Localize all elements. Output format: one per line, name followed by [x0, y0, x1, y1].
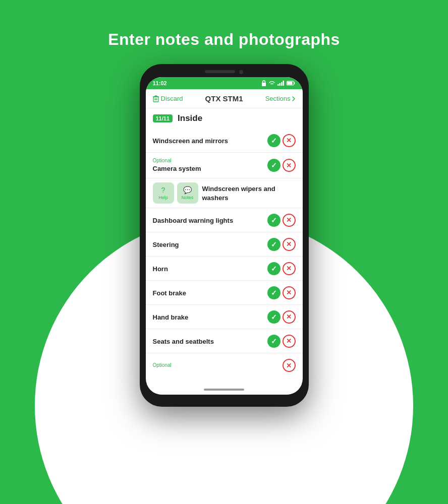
- fail-button[interactable]: [283, 310, 296, 324]
- fail-button[interactable]: [283, 359, 296, 372]
- item-actions: [267, 310, 296, 324]
- item-actions: [283, 359, 296, 372]
- list-item: Horn: [146, 257, 303, 281]
- svg-rect-6: [287, 82, 292, 85]
- item-name: Dashboard warning lights: [153, 217, 234, 224]
- item-actions: [267, 286, 296, 299]
- list-item-expanded: ? Help 💬 Notes Windscreen wipers and was…: [146, 178, 303, 208]
- item-name: Camera system: [153, 165, 201, 172]
- item-label: Dashboard warning lights: [153, 216, 267, 225]
- sections-button[interactable]: Sections: [265, 95, 296, 102]
- section-header: 11/11 Inside: [146, 108, 303, 129]
- section-badge: 11/11: [153, 114, 173, 122]
- status-icons: [261, 80, 296, 86]
- fail-button[interactable]: [283, 134, 296, 147]
- svg-rect-4: [283, 81, 284, 86]
- list-item: Steering: [146, 232, 303, 257]
- svg-rect-9: [155, 96, 157, 97]
- lock-icon: [261, 80, 266, 86]
- help-label: Help: [158, 195, 168, 200]
- fail-button[interactable]: [283, 286, 296, 299]
- item-actions: [267, 214, 296, 227]
- list-item: Optional Camera system: [146, 153, 303, 178]
- item-label: Horn: [153, 264, 267, 273]
- optional-label: Optional: [153, 362, 283, 368]
- fail-button[interactable]: [283, 214, 296, 227]
- ok-button[interactable]: [267, 238, 281, 251]
- list-item-partial: Optional: [146, 353, 303, 377]
- item-name: Seats and seatbelts: [153, 338, 214, 345]
- ok-button[interactable]: [267, 214, 281, 227]
- item-label: Seats and seatbelts: [153, 337, 267, 346]
- battery-icon: [287, 81, 296, 86]
- ok-button[interactable]: [267, 159, 281, 172]
- help-button[interactable]: ? Help: [153, 182, 174, 204]
- status-time: 11:02: [153, 80, 167, 86]
- ok-button[interactable]: [267, 262, 281, 275]
- expanded-buttons: ? Help 💬 Notes: [153, 182, 198, 204]
- section-title: Inside: [178, 113, 202, 123]
- item-actions: [267, 238, 296, 251]
- list-item: Windscreen and mirrors: [146, 129, 303, 153]
- phone-mockup: 11:02: [140, 64, 309, 407]
- item-label: Steering: [153, 240, 267, 249]
- checklist: Windscreen and mirrors Optional Camera s…: [146, 129, 303, 385]
- list-item: Foot brake: [146, 281, 303, 305]
- item-label: Optional Camera system: [153, 158, 267, 173]
- item-actions: [267, 159, 296, 172]
- page-title: Enter notes and photographs: [108, 30, 340, 49]
- list-item: Hand brake: [146, 305, 303, 329]
- trash-icon: [153, 95, 159, 102]
- item-actions: [267, 134, 296, 147]
- svg-rect-2: [279, 83, 281, 86]
- item-actions: [267, 262, 296, 275]
- fail-button[interactable]: [283, 335, 296, 348]
- ok-button[interactable]: [267, 134, 281, 147]
- notes-label: Notes: [182, 195, 194, 200]
- item-label: Optional: [153, 362, 283, 368]
- phone-speaker: [205, 70, 235, 73]
- chevron-right-icon: [292, 96, 296, 102]
- item-label: Hand brake: [153, 312, 267, 322]
- item-name: Steering: [153, 241, 179, 248]
- item-actions: [267, 335, 296, 348]
- item-name: Windscreen wipers and washers: [202, 185, 275, 202]
- app-bar-title: QTX STM1: [205, 94, 243, 103]
- phone-body: 11:02: [140, 64, 309, 407]
- notes-icon: 💬: [183, 186, 192, 194]
- notes-button[interactable]: 💬 Notes: [177, 182, 198, 204]
- item-name: Windscreen and mirrors: [153, 137, 228, 145]
- item-label: Foot brake: [153, 288, 267, 297]
- list-item: Dashboard warning lights: [146, 208, 303, 232]
- fail-button[interactable]: [283, 238, 296, 251]
- ok-button[interactable]: [267, 310, 281, 324]
- svg-rect-3: [281, 82, 283, 86]
- optional-label: Optional: [153, 158, 267, 163]
- phone-screen: 11:02: [146, 77, 303, 395]
- discard-button[interactable]: Discard: [153, 95, 183, 102]
- home-bar-indicator[interactable]: [204, 389, 244, 391]
- app-bar: Discard QTX STM1 Sections: [146, 89, 303, 108]
- fail-button[interactable]: [283, 159, 296, 172]
- status-bar: 11:02: [146, 77, 303, 89]
- item-label: Windscreen and mirrors: [153, 136, 267, 145]
- item-name: Horn: [153, 265, 168, 273]
- signal-icon: [277, 81, 285, 86]
- help-icon: ?: [161, 186, 165, 194]
- home-bar: [146, 385, 303, 395]
- list-item: Seats and seatbelts: [146, 329, 303, 353]
- svg-rect-0: [262, 83, 266, 86]
- phone-camera: [239, 70, 243, 74]
- wifi-icon: [268, 81, 275, 86]
- ok-button[interactable]: [267, 335, 281, 348]
- ok-button[interactable]: [267, 286, 281, 299]
- item-name: Hand brake: [153, 313, 189, 321]
- item-label: Windscreen wipers and washers: [202, 184, 296, 202]
- svg-rect-1: [277, 84, 279, 86]
- fail-button[interactable]: [283, 262, 296, 275]
- phone-notch: [146, 70, 303, 74]
- item-name: Foot brake: [153, 289, 186, 297]
